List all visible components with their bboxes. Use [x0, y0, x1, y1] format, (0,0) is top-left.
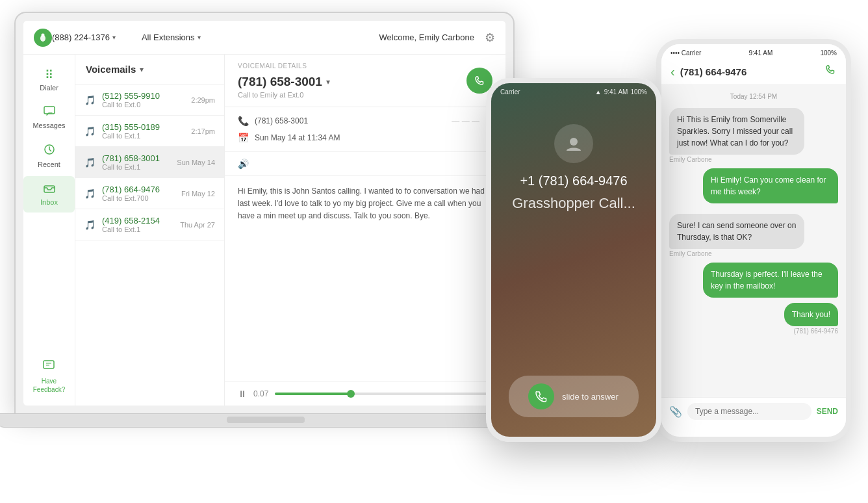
msg-battery: 100%	[820, 49, 837, 57]
voicemail-audio-icon: 🎵	[84, 188, 96, 199]
svg-point-9	[570, 138, 578, 146]
inbox-label: Inbox	[40, 198, 58, 206]
calendar-meta-icon: 📅	[238, 133, 248, 143]
volume-icon: 🔊	[238, 159, 249, 169]
msg-sender: (781) 664-9476	[794, 328, 838, 335]
wifi-icon: ▲	[595, 88, 602, 96]
msg-contact-number: (781) 664-9476	[680, 66, 825, 77]
msg-bubble-wrap: Hi Emily! Can you come clean for me this…	[669, 168, 838, 203]
msg-sender: Emily Carbone	[669, 250, 712, 257]
settings-icon[interactable]: ⚙	[485, 31, 495, 45]
messages-label: Messages	[32, 122, 65, 129]
svg-point-2	[42, 33, 45, 36]
audio-thumb	[347, 390, 355, 398]
sidebar: ⠿ Dialer Messages	[23, 55, 75, 406]
call-time: 9:41 AM	[604, 88, 628, 96]
transcript-text: Hi Emily, this is John Santos calling. I…	[238, 187, 485, 220]
call-carrier: Carrier	[500, 88, 520, 96]
dialer-icon: ⠿	[45, 68, 53, 82]
voicemail-ext: Call to Ext.1	[102, 132, 191, 140]
voicemail-time: Thu Apr 27	[180, 221, 215, 229]
voicemail-time: Fri May 12	[181, 190, 215, 198]
back-button[interactable]: ‹	[670, 64, 675, 79]
voicemail-info: (781) 658-3001 Call to Ext.1	[102, 153, 177, 171]
voicemail-list: Voicemails ▾ 🎵 (512) 555-9910 Call to Ex…	[75, 55, 225, 406]
details-header: VOICEMAIL DETAILS (781) 658-3001 ▾ Call …	[225, 55, 505, 107]
inbox-icon	[44, 183, 55, 196]
voicemail-chevron-icon: ▾	[140, 65, 144, 74]
sidebar-item-messages[interactable]: Messages	[23, 99, 75, 136]
voicemail-details: VOICEMAIL DETAILS (781) 658-3001 ▾ Call …	[225, 55, 505, 406]
recent-icon	[44, 144, 55, 159]
voicemail-ext: Call to Ext.0	[102, 101, 191, 109]
header-extension-selector[interactable]: All Extensions ▾	[142, 32, 201, 42]
voicemail-item[interactable]: 🎵 (419) 658-2154 Call to Ext.1 Thu Apr 2…	[75, 209, 224, 240]
voicemail-item[interactable]: 🎵 (512) 555-9910 Call to Ext.0 2:29pm	[75, 84, 224, 116]
feedback-button[interactable]: HaveFeedback?	[28, 355, 70, 399]
slide-text: slide to answer	[562, 392, 619, 402]
attach-icon[interactable]: 📎	[669, 406, 682, 418]
voicemail-list-title: Voicemails	[86, 64, 136, 75]
voicemail-audio-icon: 🎵	[84, 157, 96, 168]
slide-to-answer[interactable]: slide to answer	[509, 376, 639, 417]
details-phone-row: 📞 (781) 658-3001 — — — ↗	[238, 112, 492, 129]
voicemail-time: Sun May 14	[177, 159, 215, 166]
audio-time: 0.07	[253, 389, 268, 398]
voicemail-ext: Call to Ext.1	[102, 226, 180, 233]
laptop-screen: (888) 224-1376 ▾ All Extensions ▾ Welcom…	[23, 21, 505, 406]
header-welcome: Welcome, Emily Carbone	[379, 32, 474, 42]
header-phone-selector[interactable]: (888) 224-1376 ▾	[52, 32, 116, 42]
feedback-icon	[43, 360, 55, 375]
app-logo	[34, 29, 52, 47]
call-screen: +1 (781) 664-9476 Grasshopper Call...	[491, 98, 656, 231]
dialer-label: Dialer	[40, 84, 58, 92]
voicemail-number: (315) 555-0189	[102, 122, 191, 132]
voicemail-number: (512) 555-9910	[102, 91, 191, 101]
voicemail-info: (419) 658-2154 Call to Ext.1	[102, 216, 180, 233]
send-button[interactable]: SEND	[817, 407, 838, 416]
details-date-row: 📅 Sun May 14 at 11:34 AM	[238, 129, 492, 146]
details-meta: 📞 (781) 658-3001 — — — ↗ 📅 Sun May 14 at…	[225, 107, 505, 152]
msg-bubble: Thank you!	[784, 303, 838, 326]
msg-time: 9:41 AM	[749, 49, 773, 57]
voicemail-item[interactable]: 🎵 (781) 664-9476 Call to Ext.700 Fri May…	[75, 178, 224, 209]
voicemail-item[interactable]: 🎵 (315) 555-0189 Call to Ext.1 2:17pm	[75, 116, 224, 147]
msg-call-icon[interactable]	[825, 64, 837, 79]
voicemail-number: (781) 664-9476	[102, 185, 181, 194]
messages-icon	[44, 106, 55, 120]
voicemail-ext: Call to Ext.700	[102, 194, 181, 202]
sidebar-item-recent[interactable]: Recent	[23, 137, 75, 175]
phone-meta-icon: 📞	[238, 116, 248, 126]
voicemail-audio-icon: 🎵	[84, 95, 96, 105]
voicemail-item-selected[interactable]: 🎵 (781) 658-3001 Call to Ext.1 Sun May 1…	[75, 147, 224, 178]
details-chevron-icon: ▾	[326, 77, 330, 86]
svg-rect-5	[44, 186, 55, 192]
details-phone-dots: — — —	[452, 116, 479, 125]
call-app-label: Grasshopper Call...	[512, 195, 635, 212]
msg-bubble: Sure! I can send someone over on Thursda…	[669, 214, 804, 249]
voicemail-info: (512) 555-9910 Call to Ext.0	[102, 91, 191, 109]
sidebar-item-dialer[interactable]: ⠿ Dialer	[23, 61, 75, 98]
msg-bubble-wrap: Thursday is perfect. I'll leave the key …	[669, 263, 838, 298]
app-header: (888) 224-1376 ▾ All Extensions ▾ Welcom…	[23, 21, 505, 55]
voicemail-number: (419) 658-2154	[102, 216, 180, 226]
msg-carrier: •••• Carrier	[670, 49, 701, 57]
audio-fill	[275, 393, 351, 395]
laptop-base	[0, 413, 535, 428]
svg-rect-6	[44, 361, 54, 368]
call-number: +1 (781) 664-9476	[520, 174, 627, 188]
voicemail-number: (781) 658-3001	[102, 153, 177, 163]
message-input[interactable]	[687, 403, 811, 420]
phone-call-status-bar: Carrier ▲ 9:41 AM 100%	[491, 83, 656, 98]
msg-bubble: Hi This is Emily from Somerville Sparkle…	[669, 108, 804, 155]
msg-footer: 📎 SEND	[661, 397, 846, 425]
voicemail-audio-icon: 🎵	[84, 220, 96, 230]
msg-status-bar: •••• Carrier 9:41 AM 100%	[661, 44, 846, 59]
audio-controls: ⏸ 0.07	[225, 381, 505, 406]
audio-progress-bar[interactable]	[275, 393, 492, 395]
sidebar-item-inbox[interactable]: Inbox	[23, 176, 75, 213]
phone-chevron-icon: ▾	[112, 34, 116, 41]
msg-header: ‹ (781) 664-9476	[661, 59, 846, 85]
call-status-icons: ▲ 9:41 AM 100%	[595, 88, 647, 96]
pause-button[interactable]: ⏸	[238, 389, 247, 399]
